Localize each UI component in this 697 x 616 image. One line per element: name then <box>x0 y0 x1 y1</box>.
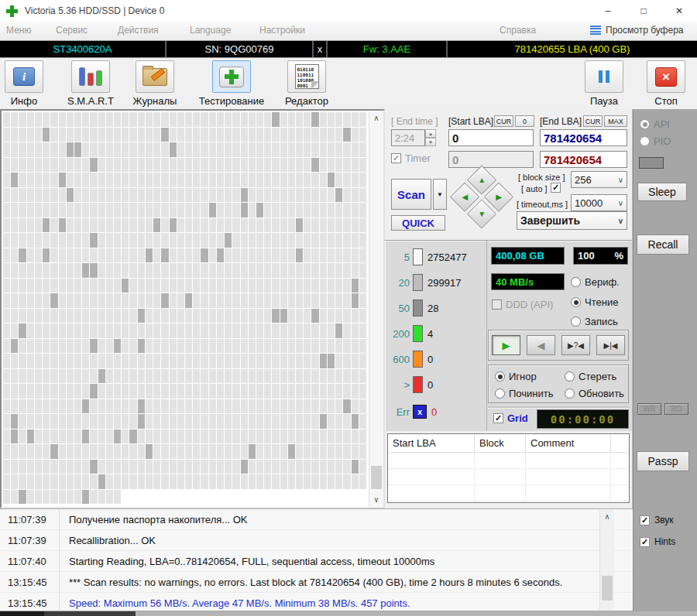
scan-dropdown-button[interactable]: ▼ <box>433 179 447 210</box>
timeout-select[interactable]: 10000 ∨ <box>571 194 627 211</box>
end-max-button[interactable]: MAX <box>604 115 627 127</box>
seek-pause-button[interactable]: ▶|◀ <box>596 335 625 355</box>
menu-item-service[interactable]: Сервис <box>56 25 88 36</box>
seek-question-button[interactable]: ▶?◀ <box>561 335 590 355</box>
list-icon <box>590 26 601 35</box>
end-time-field[interactable]: 2:24 <box>391 129 425 146</box>
start-zero-button[interactable]: 0 <box>515 115 534 127</box>
write-radio[interactable]: Запись <box>571 316 618 327</box>
start-cur-button[interactable]: CUR <box>494 115 513 127</box>
end-lba-2-field[interactable]: 781420654 <box>540 151 627 168</box>
ignore-radio[interactable]: Игнор <box>495 371 537 382</box>
column-comment[interactable]: Comment <box>526 434 611 453</box>
api-radio[interactable]: API <box>640 118 670 130</box>
timer-checkbox[interactable]: ✓ Timer <box>391 152 431 164</box>
auto-checkbox[interactable]: ✓ <box>551 183 561 193</box>
hints-checkbox[interactable]: ✓ Hints <box>640 536 675 547</box>
scan-block <box>35 293 42 308</box>
menu-item-actions[interactable]: Действия <box>118 25 159 36</box>
scan-block <box>161 414 168 429</box>
erase-radio[interactable]: Стереть <box>565 371 616 382</box>
log-scrollbar[interactable]: ∧ <box>599 510 614 610</box>
scan-block <box>201 173 208 187</box>
scan-block <box>185 384 192 399</box>
close-button[interactable]: ✕ <box>661 0 697 22</box>
table-row[interactable] <box>388 485 629 501</box>
scan-block <box>296 218 303 233</box>
block-size-select[interactable]: 256 ∨ <box>571 171 627 188</box>
scan-block <box>352 384 359 399</box>
scan-block <box>335 354 342 368</box>
start-lba-2-field[interactable]: 0 <box>448 151 534 168</box>
table-row[interactable] <box>388 453 629 469</box>
end-time-spinner[interactable]: ▲▼ <box>425 129 436 146</box>
pio-radio[interactable]: PIO <box>640 135 671 147</box>
refresh-radio[interactable]: Обновить <box>565 388 624 399</box>
play-button[interactable]: ▶ <box>492 335 520 355</box>
scan-block <box>256 399 263 414</box>
editor-button[interactable]: 0101101100111010000001 Редактор <box>276 60 337 107</box>
smart-button[interactable]: S.M.A.R.T <box>64 60 118 107</box>
rewind-button[interactable]: ◀ <box>527 335 555 355</box>
buffer-view-button[interactable]: Просмотр буфера <box>590 25 684 36</box>
scan-block <box>90 490 97 505</box>
read-radio[interactable]: Чтение <box>571 296 618 308</box>
passp-button[interactable]: Passp <box>637 451 689 471</box>
action-select[interactable]: Завершить ∨ <box>517 211 627 230</box>
sound-checkbox[interactable]: ✓ Звук <box>640 515 674 525</box>
scan-block <box>90 354 97 368</box>
repair-radio[interactable]: Починить <box>495 388 554 399</box>
scan-block <box>161 279 168 293</box>
sleep-button[interactable]: Sleep <box>637 183 687 201</box>
start-lba-field[interactable]: 0 <box>448 129 534 146</box>
log-scroll-thumb[interactable] <box>602 576 613 601</box>
scan-block <box>272 233 279 248</box>
info-button[interactable]: i Инфо <box>3 60 45 107</box>
scan-block <box>90 293 97 308</box>
scan-block <box>170 414 177 429</box>
stats-panel: 52752477 20299917 5028 2004 6000 >0 Errx… <box>385 240 632 431</box>
menu-item-menu[interactable]: Меню <box>6 25 31 36</box>
journals-button[interactable]: Журналы <box>126 60 184 107</box>
scan-block <box>82 293 89 308</box>
menu-item-settings[interactable]: Настройки <box>259 25 305 36</box>
menu-item-help[interactable]: Справка <box>500 25 536 36</box>
end-cur-button[interactable]: CUR <box>583 115 603 127</box>
scan-block <box>170 173 177 187</box>
scan-block <box>272 128 279 142</box>
scan-block <box>201 203 208 217</box>
scan-block <box>193 384 200 399</box>
testing-button[interactable]: Тестирование <box>188 60 275 107</box>
grid-checkbox[interactable]: ✓ Grid <box>493 412 528 424</box>
scan-block <box>296 263 303 278</box>
column-block[interactable]: Block <box>475 434 526 453</box>
scan-block <box>311 429 318 444</box>
scroll-up-icon[interactable]: ∧ <box>369 111 383 125</box>
scan-block <box>280 369 287 384</box>
map-scroll-thumb[interactable] <box>371 466 382 489</box>
ddd-checkbox[interactable]: DDD (API) <box>492 299 553 310</box>
scan-block <box>106 173 113 187</box>
scroll-up-icon[interactable]: ∧ <box>600 510 614 523</box>
stop-button[interactable]: ✕ Стоп <box>644 60 688 107</box>
scan-block <box>256 414 263 429</box>
menu-item-language[interactable]: Language <box>190 25 231 36</box>
scan-block <box>90 128 97 142</box>
maximize-button[interactable]: □ <box>626 0 661 22</box>
scan-block <box>201 399 208 414</box>
scan-button[interactable]: Scan <box>391 179 431 210</box>
scan-block <box>59 293 66 308</box>
table-row[interactable] <box>388 469 629 485</box>
recall-button[interactable]: Recall <box>637 234 689 255</box>
wr-button[interactable]: WR <box>637 403 661 415</box>
column-start-lba[interactable]: Start LBA <box>388 434 475 453</box>
map-scrollbar[interactable]: ∧ ∨ <box>369 111 383 506</box>
rd-button[interactable]: RD <box>664 403 688 415</box>
quick-button[interactable]: QUICK <box>391 215 445 231</box>
pause-button[interactable]: Пауза <box>582 60 626 107</box>
scan-block <box>272 429 279 444</box>
scroll-down-icon[interactable]: ∨ <box>369 493 383 506</box>
verify-radio[interactable]: Вериф. <box>571 276 620 288</box>
minimize-button[interactable]: – <box>590 0 626 22</box>
end-lba-field[interactable]: 781420654 <box>540 129 627 146</box>
